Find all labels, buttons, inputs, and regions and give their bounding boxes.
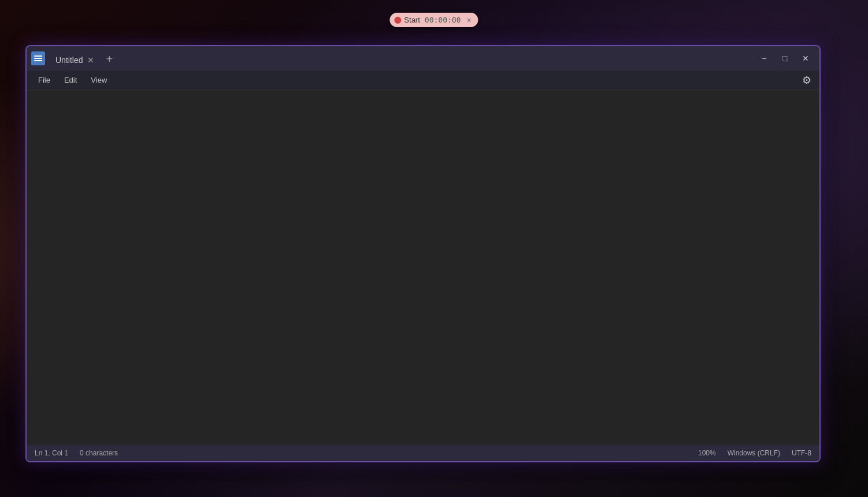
title-bar: Untitled ✕ + − □ ✕ bbox=[27, 46, 819, 71]
cursor-position: Ln 1, Col 1 bbox=[35, 449, 68, 457]
menu-edit[interactable]: Edit bbox=[57, 73, 84, 87]
minimize-button[interactable]: − bbox=[755, 50, 773, 66]
start-recording-button[interactable]: Start bbox=[394, 16, 420, 24]
recording-bar: Start 00:00:00 × bbox=[390, 13, 478, 27]
tab-close-button[interactable]: ✕ bbox=[87, 56, 94, 64]
menu-bar: File Edit View ⚙ bbox=[27, 71, 819, 90]
character-count: 0 characters bbox=[80, 449, 118, 457]
encoding: UTF-8 bbox=[792, 449, 811, 457]
settings-button[interactable]: ⚙ bbox=[799, 72, 815, 89]
app-icon-line-2 bbox=[34, 58, 42, 59]
app-icon-line-3 bbox=[34, 60, 42, 61]
line-ending: Windows (CRLF) bbox=[728, 449, 780, 457]
editor-area[interactable] bbox=[27, 90, 819, 445]
app-icon bbox=[31, 51, 45, 65]
settings-icon: ⚙ bbox=[802, 74, 811, 87]
maximize-button[interactable]: □ bbox=[776, 50, 794, 66]
app-icon-lines bbox=[34, 55, 42, 61]
new-tab-button[interactable]: + bbox=[101, 53, 117, 65]
menu-view[interactable]: View bbox=[84, 73, 114, 87]
menu-file[interactable]: File bbox=[31, 73, 57, 87]
editor-content[interactable] bbox=[27, 90, 819, 445]
window-controls: − □ ✕ bbox=[755, 50, 815, 66]
recording-dot-icon bbox=[394, 17, 401, 24]
close-button[interactable]: ✕ bbox=[796, 50, 815, 66]
tab-title: Untitled bbox=[55, 55, 83, 65]
active-tab[interactable]: Untitled ✕ bbox=[49, 50, 101, 71]
app-icon-line-1 bbox=[34, 55, 42, 57]
zoom-level: 100% bbox=[698, 449, 716, 457]
recording-start-label: Start bbox=[404, 16, 420, 24]
recording-timer: 00:00:00 bbox=[425, 16, 461, 24]
recording-close-button[interactable]: × bbox=[465, 16, 472, 24]
status-bar: Ln 1, Col 1 0 characters 100% Windows (C… bbox=[27, 445, 819, 461]
app-window: Untitled ✕ + − □ ✕ File Edit View ⚙ Ln 1… bbox=[25, 45, 821, 462]
